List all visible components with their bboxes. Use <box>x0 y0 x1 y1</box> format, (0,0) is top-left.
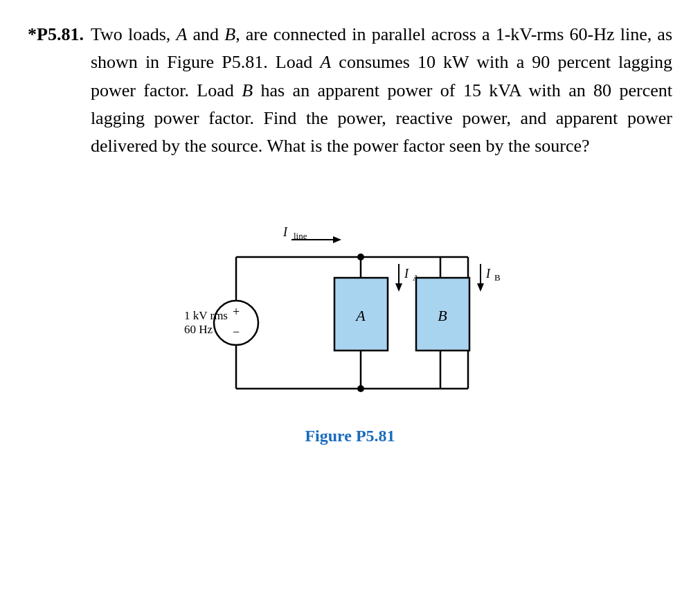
source-label2: 60 Hz <box>184 323 213 336</box>
ib-arrow <box>477 283 484 292</box>
ib-sub: B <box>494 272 501 283</box>
circuit-svg: + − 1 kV rms 60 Hz I line <box>170 195 530 416</box>
source-label1: 1 kV rms <box>184 309 228 322</box>
plus-sign: + <box>232 305 239 319</box>
figure-container: + − 1 kV rms 60 Hz I line <box>28 195 672 445</box>
problem-number: *P5.81. <box>28 21 84 160</box>
iline-sub: line <box>294 231 307 241</box>
iline-arrow <box>333 236 341 243</box>
ia-arrow <box>395 283 402 292</box>
problem-container: *P5.81. Two loads, A and B, are connecte… <box>28 21 672 445</box>
problem-text: *P5.81. Two loads, A and B, are connecte… <box>28 21 672 160</box>
ib-label: I <box>485 267 491 281</box>
iline-label: I <box>282 225 288 239</box>
minus-sign: − <box>232 325 239 339</box>
load-a-label: A <box>355 307 366 324</box>
figure-caption: Figure P5.81 <box>305 427 395 445</box>
ia-label: I <box>404 267 409 281</box>
load-b-label: B <box>438 307 447 324</box>
circuit-diagram: + − 1 kV rms 60 Hz I line <box>170 195 530 416</box>
problem-body: Two loads, A and B, are connected in par… <box>91 21 672 160</box>
